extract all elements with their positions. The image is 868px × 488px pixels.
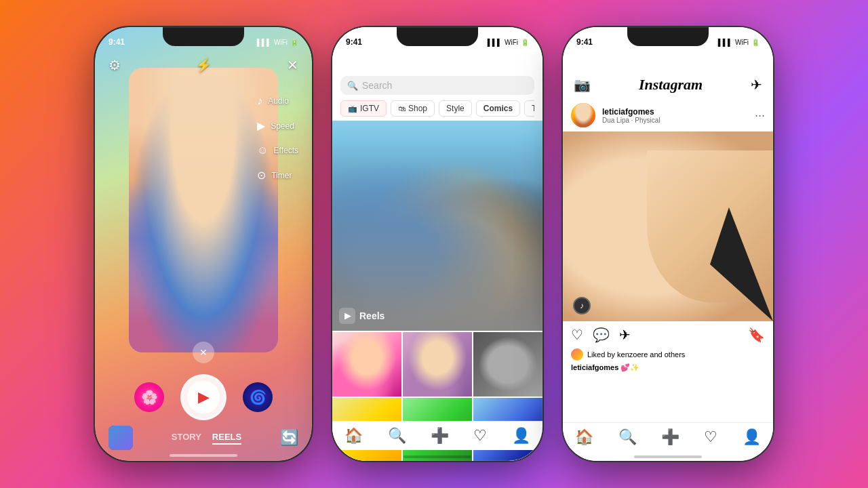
flower-effect-btn[interactable]: 🌸 <box>134 382 164 412</box>
filter-tabs: 📺 IGTV 🛍 Shop Style Comics TV & Movie <box>340 100 534 121</box>
filter-tab-style[interactable]: Style <box>439 100 472 117</box>
caption-username: leticiafgomes <box>571 363 618 371</box>
speed-label: Speed <box>271 121 294 131</box>
gallery-thumbnail[interactable] <box>108 426 133 450</box>
grid-item-1[interactable] <box>332 332 401 396</box>
audio-label: Audio <box>268 96 289 106</box>
galaxy-effect-btn[interactable]: 🌀 <box>243 382 273 412</box>
timer-label: Timer <box>271 171 292 180</box>
filter-tab-shop[interactable]: 🛍 Shop <box>391 100 435 117</box>
camera-controls-top: ⚙ ⚡ ✕ <box>95 57 312 73</box>
filter-tab-tv[interactable]: TV & Movie <box>524 100 534 117</box>
shop-icon: 🛍 <box>398 104 406 113</box>
search-bar[interactable]: 🔍 Search <box>340 76 534 95</box>
story-reels-toggle: STORY REELS <box>172 432 241 445</box>
camera-right-menu: ♪ Audio ▶ Speed ☺ Effects ⊙ Timer <box>257 95 298 182</box>
grid-item-2[interactable] <box>403 332 472 396</box>
like-icon[interactable]: ♡ <box>571 327 583 343</box>
feed-nav-search[interactable]: 🔍 <box>618 428 637 446</box>
feed-camera-icon[interactable]: 📷 <box>574 77 591 93</box>
audio-icon: ♪ <box>257 95 262 107</box>
camera-x-button[interactable]: ✕ <box>193 342 214 363</box>
caption-text: 💕✨ <box>620 363 639 371</box>
feed-caption: leticiafgomes 💕✨ <box>563 363 773 375</box>
home-indicator-center <box>403 455 471 458</box>
search-icon: 🔍 <box>347 81 358 91</box>
capture-row: 🌸 ▶ 🌀 <box>95 374 312 420</box>
reels-badge-text: Reels <box>359 310 384 321</box>
camera-preview <box>129 68 278 352</box>
camera-nav-bottom: STORY REELS 🔄 <box>95 426 312 450</box>
audio-control[interactable]: ♪ Audio <box>257 95 298 107</box>
nav-add-icon[interactable]: ➕ <box>431 427 449 445</box>
liked-text: Liked by kenzoere and others <box>587 350 685 359</box>
home-indicator-right <box>634 455 702 458</box>
filter-tab-igtv[interactable]: 📺 IGTV <box>340 100 387 117</box>
status-time-right: 9:41 <box>576 37 593 47</box>
camera-bottom: ✕ 🌸 ▶ 🌀 <box>95 342 312 420</box>
notch-center <box>397 27 478 46</box>
feed-nav-home[interactable]: 🏠 <box>575 428 593 446</box>
flip-camera-icon[interactable]: 🔄 <box>280 429 298 447</box>
reels-tab[interactable]: REELS <box>212 432 241 445</box>
feed-header: 📷 Instagram ✈ <box>563 52 773 99</box>
share-icon[interactable]: ✈ <box>619 327 631 343</box>
settings-icon[interactable]: ⚙ <box>108 57 121 73</box>
notch-left <box>163 27 244 46</box>
igtv-icon: 📺 <box>348 104 357 113</box>
instagram-logo: Instagram <box>639 76 703 94</box>
feed-username: leticiafgomes <box>602 107 748 117</box>
feed-user-info: leticiafgomes Dua Lipa · Physical <box>602 107 748 124</box>
feed-more-options[interactable]: ··· <box>755 108 765 123</box>
style-label: Style <box>446 104 465 113</box>
feed-send-icon[interactable]: ✈ <box>751 77 762 93</box>
comics-label: Comics <box>484 104 513 113</box>
nav-heart-icon[interactable]: ♡ <box>473 427 487 445</box>
explore-screen: 9:41 ▌▌▌ WiFi 🔋 🔍 Search 📺 IGTV 🛍 Shop <box>332 27 542 461</box>
close-icon[interactable]: ✕ <box>287 57 298 73</box>
nav-profile-icon[interactable]: 👤 <box>512 427 530 445</box>
status-icons-left: ▌▌▌ WiFi 🔋 <box>257 39 298 46</box>
timer-control[interactable]: ⊙ Timer <box>257 169 298 182</box>
speed-control[interactable]: ▶ Speed <box>257 119 298 132</box>
igtv-label: IGTV <box>360 104 379 113</box>
speed-icon: ▶ <box>257 119 265 132</box>
notch-right <box>627 27 709 46</box>
story-tab[interactable]: STORY <box>172 432 201 445</box>
capture-inner: ▶ <box>187 381 220 413</box>
dancers-image <box>332 141 542 331</box>
liked-avatar <box>571 348 583 361</box>
search-placeholder-text: Search <box>362 80 392 91</box>
comment-icon[interactable]: 💬 <box>593 327 610 343</box>
feed-nav-profile[interactable]: 👤 <box>743 428 761 446</box>
feed-nav-heart[interactable]: ♡ <box>704 428 717 446</box>
effects-label: Effects <box>274 146 298 155</box>
filter-tab-comics[interactable]: Comics <box>476 100 520 117</box>
status-icons-center: ▌▌▌ WiFi 🔋 <box>488 39 529 46</box>
flash-icon[interactable]: ⚡ <box>195 57 212 73</box>
bookmark-icon[interactable]: 🔖 <box>748 327 765 343</box>
music-icon-badge: ♪ <box>573 297 591 314</box>
feed-subtitle: Dua Lipa · Physical <box>602 117 748 124</box>
nav-home-icon[interactable]: 🏠 <box>344 427 363 445</box>
reels-badge: ▶ Reels <box>339 308 384 324</box>
nav-search-icon[interactable]: 🔍 <box>388 427 406 445</box>
status-time-center: 9:41 <box>346 37 362 47</box>
feed-actions: ♡ 💬 ✈ 🔖 <box>563 321 773 348</box>
feed-post-image: ♪ <box>563 131 773 321</box>
post-avatar[interactable] <box>571 103 595 127</box>
feed-screen: 9:41 ▌▌▌ WiFi 🔋 📷 Instagram ✈ leticiafgo… <box>563 27 773 461</box>
feed-post-header: leticiafgomes Dua Lipa · Physical ··· <box>563 99 773 131</box>
reels-badge-icon: ▶ <box>339 308 355 324</box>
capture-button[interactable]: ▶ <box>180 374 226 420</box>
status-time-left: 9:41 <box>108 37 125 47</box>
effects-control[interactable]: ☺ Effects <box>257 144 298 157</box>
timer-icon: ⊙ <box>257 169 266 182</box>
home-indicator-left <box>170 454 237 457</box>
explore-main-video[interactable]: ▶ Reels <box>332 121 542 331</box>
tv-label: TV & Movie <box>532 104 534 113</box>
phone-left: 9:41 ▌▌▌ WiFi 🔋 ⚙ ⚡ ✕ ♪ Audio ▶ Speed ☺ <box>95 27 312 461</box>
grid-item-3[interactable] <box>473 332 542 396</box>
explore-header: 🔍 Search 📺 IGTV 🛍 Shop Style Comics <box>332 52 542 121</box>
feed-nav-add[interactable]: ➕ <box>661 428 679 446</box>
